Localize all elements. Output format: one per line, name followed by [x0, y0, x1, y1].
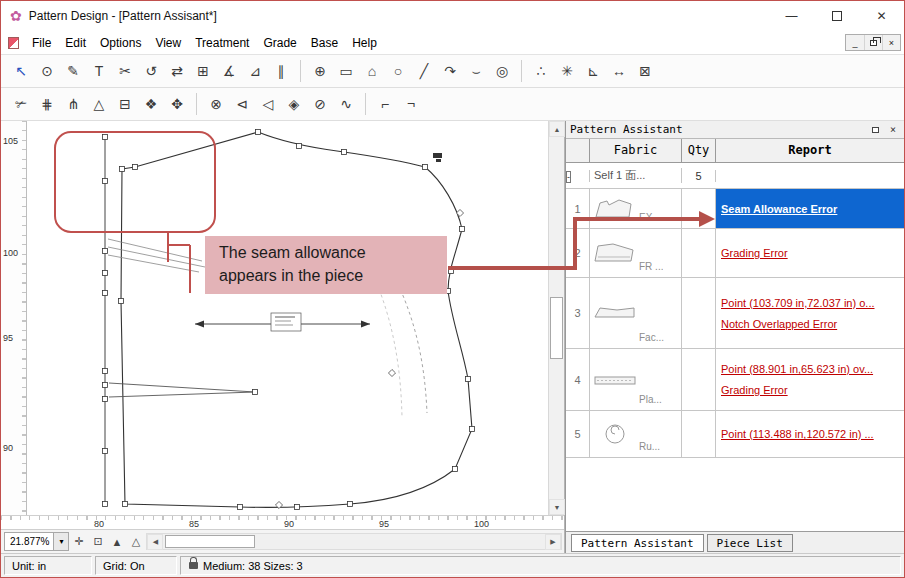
arc-tool-icon[interactable]: ⌣: [463, 58, 489, 84]
report-row[interactable]: 1 EX... Seam Allowance Error: [566, 189, 904, 229]
menu-item-treatment[interactable]: Treatment: [188, 33, 256, 53]
menu-item-base[interactable]: Base: [304, 33, 345, 53]
delete-point-tool-icon[interactable]: ✳: [554, 58, 580, 84]
menu-item-edit[interactable]: Edit: [58, 33, 93, 53]
menu-item-view[interactable]: View: [148, 33, 188, 53]
report-cell[interactable]: Point (103.709 in,72.037 in) o... Notch …: [716, 278, 904, 348]
report-row[interactable]: 4 Pla... Point (88.901 in,65.623 in) ov.…: [566, 349, 904, 411]
rotate-piece-tool-icon[interactable]: ✥: [164, 91, 190, 117]
report-link[interactable]: Notch Overlapped Error: [721, 318, 899, 330]
report-cell[interactable]: Grading Error: [716, 229, 904, 277]
stretch-tool-icon[interactable]: ⊲: [229, 91, 255, 117]
report-cell[interactable]: Seam Allowance Error: [716, 189, 904, 228]
maximize-button[interactable]: [814, 1, 859, 31]
mirror-piece-tool-icon[interactable]: ◈: [281, 91, 307, 117]
piece-thumbnail[interactable]: [593, 422, 637, 446]
report-link[interactable]: Point (113.488 in,120.572 in) ...: [721, 428, 899, 440]
mdi-restore-button[interactable]: [864, 35, 882, 50]
vertical-scroll-track[interactable]: [549, 137, 564, 499]
piece-thumbnail[interactable]: [593, 197, 637, 221]
report-row[interactable]: 5 Ru... Point (113.488 in,120.572 in) ..…: [566, 411, 904, 458]
horizontal-scrollbar[interactable]: ◀ ▶: [146, 533, 562, 550]
menu-item-file[interactable]: File: [25, 33, 58, 53]
spiral-tool-icon[interactable]: ◎: [489, 58, 515, 84]
notch-tool-icon[interactable]: △: [86, 91, 112, 117]
panel-float-button[interactable]: [868, 124, 882, 136]
smooth-tool-icon[interactable]: ∿: [333, 91, 359, 117]
angle-tool-icon[interactable]: ∡: [216, 58, 242, 84]
report-cell[interactable]: Point (113.488 in,120.572 in) ...: [716, 411, 904, 457]
text-tool-icon[interactable]: T: [86, 58, 112, 84]
corner-trim-tool-icon[interactable]: ⌐: [372, 91, 398, 117]
report-link[interactable]: Point (103.709 in,72.037 in) o...: [721, 297, 899, 309]
pencil-tool-icon[interactable]: ✎: [60, 58, 86, 84]
scroll-right-icon[interactable]: ▶: [545, 534, 561, 550]
line-tool-icon[interactable]: ╱: [411, 58, 437, 84]
panel-close-button[interactable]: ×: [886, 124, 900, 136]
column-qty[interactable]: Qty: [682, 139, 716, 162]
cut-tool-icon[interactable]: ✂: [112, 58, 138, 84]
scroll-left-icon[interactable]: ◀: [147, 534, 163, 550]
move-point-tool-icon[interactable]: ↔: [606, 58, 632, 84]
mirror-tool-icon[interactable]: ⇄: [164, 58, 190, 84]
dart[interactable]: [109, 383, 255, 397]
close-button[interactable]: ✕: [859, 1, 904, 31]
report-link[interactable]: Grading Error: [721, 384, 899, 396]
select-tool-icon[interactable]: ↖: [8, 58, 34, 84]
menu-item-grade[interactable]: Grade: [256, 33, 303, 53]
horizontal-scroll-thumb[interactable]: [165, 535, 255, 548]
report-link[interactable]: Seam Allowance Error: [721, 203, 899, 215]
piece-thumbnail[interactable]: [593, 241, 637, 265]
report-link[interactable]: Point (88.901 in,65.623 in) ov...: [721, 363, 899, 375]
tab-pattern-assistant[interactable]: Pattern Assistant: [571, 534, 704, 552]
split-tool-icon[interactable]: ⊘: [307, 91, 333, 117]
report-cell[interactable]: Point (88.901 in,65.623 in) ov... Gradin…: [716, 349, 904, 410]
compass-tool-icon[interactable]: ⊕: [307, 58, 333, 84]
report-link[interactable]: Grading Error: [721, 247, 899, 259]
corner-point-tool-icon[interactable]: ⊾: [580, 58, 606, 84]
fold-tool-icon[interactable]: ⊟: [112, 91, 138, 117]
group-row[interactable]: - Self 1 面... 5: [566, 163, 904, 189]
zoom-level[interactable]: 21.877% ▾: [4, 532, 69, 551]
seam-allowance-tool-icon[interactable]: ✃: [8, 91, 34, 117]
corner-extend-tool-icon[interactable]: ¬: [398, 91, 424, 117]
curve-tool-icon[interactable]: ↷: [437, 58, 463, 84]
parallel-tool-icon[interactable]: ∥: [268, 58, 294, 84]
zoom-dropdown-arrow[interactable]: ▾: [53, 533, 68, 550]
pattern-canvas[interactable]: The seam allowance appears in the piece: [27, 121, 548, 515]
report-row[interactable]: 2 FR ... Grading Error: [566, 229, 904, 278]
mdi-minimize-button[interactable]: _: [846, 35, 864, 50]
rectangle-tool-icon[interactable]: ▭: [333, 58, 359, 84]
tab-piece-list[interactable]: Piece List: [707, 534, 793, 552]
zoom-extents-icon[interactable]: ▲: [107, 532, 126, 551]
add-point-tool-icon[interactable]: ∴: [528, 58, 554, 84]
circle-tool-icon[interactable]: ○: [385, 58, 411, 84]
triangle-measure-tool-icon[interactable]: ⊿: [242, 58, 268, 84]
copy-tool-icon[interactable]: ⊞: [190, 58, 216, 84]
minimize-button[interactable]: —: [769, 1, 814, 31]
rotate-tool-icon[interactable]: ↺: [138, 58, 164, 84]
zoom-tool-icon[interactable]: ⊙: [34, 58, 60, 84]
column-report[interactable]: Report: [716, 139, 904, 162]
mdi-close-button[interactable]: ×: [882, 35, 900, 50]
delete-piece-tool-icon[interactable]: ⊗: [203, 91, 229, 117]
symmetry-tool-icon[interactable]: ❖: [138, 91, 164, 117]
column-fabric[interactable]: Fabric: [590, 139, 682, 162]
collapse-expander[interactable]: -: [566, 171, 571, 183]
pan-tool-icon[interactable]: ✛: [69, 532, 88, 551]
vertical-scroll-thumb[interactable]: [550, 297, 563, 359]
pleat-tool-icon[interactable]: ⋕: [34, 91, 60, 117]
fit-view-icon[interactable]: ⊡: [88, 532, 107, 551]
transform-tool-icon[interactable]: ⊠: [632, 58, 658, 84]
dart-tool-icon[interactable]: ⋔: [60, 91, 86, 117]
piece-thumbnail[interactable]: [593, 368, 637, 392]
polygon-tool-icon[interactable]: ⌂: [359, 58, 385, 84]
shrink-tool-icon[interactable]: ◁: [255, 91, 281, 117]
report-row[interactable]: 3 Fac... Point (103.709 in,72.037 in) o.…: [566, 278, 904, 349]
horizontal-scroll-track[interactable]: [163, 534, 545, 549]
vertical-scrollbar[interactable]: ▲ ▼: [548, 121, 564, 515]
zoom-previous-icon[interactable]: △: [126, 532, 145, 551]
menu-item-options[interactable]: Options: [93, 33, 148, 53]
menu-item-help[interactable]: Help: [345, 33, 384, 53]
piece-thumbnail[interactable]: [593, 301, 637, 325]
